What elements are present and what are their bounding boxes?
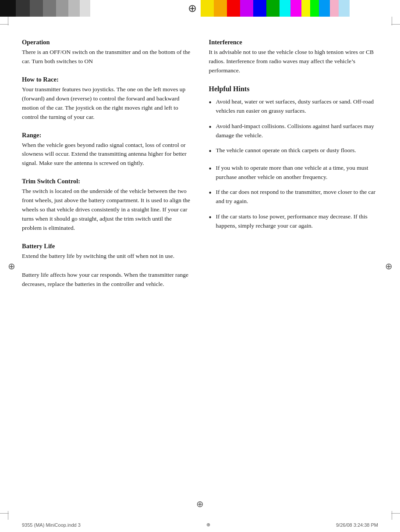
section-title-trim_switch: Trim Switch Control: — [22, 178, 191, 185]
helpful-hints-section: Helpful Hints •Avoid heat, water or wet … — [209, 85, 379, 231]
two-columns: OperationThere is an OFF/ON switch on th… — [22, 30, 378, 502]
bullet-dot: • — [209, 164, 216, 175]
bullet-item-3: •If you wish to operate more than one ve… — [209, 164, 379, 182]
section-title-how_to_race: How to Race: — [22, 76, 191, 83]
grayscale-segment — [16, 0, 30, 17]
bullet-text-5: If the car starts to lose power, perform… — [216, 212, 379, 231]
grayscale-segment — [80, 0, 90, 17]
top-crosshair: ⊕ — [184, 0, 201, 17]
grayscale-segment — [30, 0, 43, 17]
section-title-range: Range: — [22, 132, 191, 139]
page-content: OperationThere is an OFF/ON switch on th… — [22, 30, 378, 502]
left-section-battery_life_2: Battery life affects how your car respon… — [22, 271, 191, 289]
bullet-item-0: •Avoid heat, water or wet surfaces, dust… — [209, 97, 379, 116]
crop-mark — [392, 511, 392, 520]
section-body-how_to_race: Your transmitter features two joysticks.… — [22, 85, 191, 122]
section-body-range: When the vehicle goes beyond radio signa… — [22, 141, 191, 168]
crop-mark — [392, 17, 392, 25]
section-body-battery_life: Extend the battery life by switching the… — [22, 252, 191, 261]
section-body-battery_life_2: Battery life affects how your car respon… — [22, 271, 191, 289]
color-segment — [266, 0, 280, 17]
bullet-text-1: Avoid hard-impact collisions. Collisions… — [216, 122, 379, 140]
section-title-battery_life: Battery Life — [22, 243, 191, 250]
color-segment — [339, 0, 350, 17]
bullet-item-5: •If the car starts to lose power, perfor… — [209, 212, 379, 231]
color-segment — [253, 0, 266, 17]
left-crosshair: ⊕ — [6, 261, 17, 271]
right-column: Interference It is advisable not to use … — [209, 30, 379, 502]
section-body-operation: There is an OFF/ON switch on the transmi… — [22, 48, 191, 66]
crop-mark — [8, 511, 8, 520]
grayscale-segment — [68, 0, 80, 17]
color-segment — [240, 0, 253, 17]
footer-right-text: 9/26/08 3:24:38 PM — [336, 522, 378, 528]
section-title-operation: Operation — [22, 39, 191, 46]
grayscale-segment — [0, 0, 16, 17]
footer-left-text: 9355 (MA) MiniCoop.indd 3 — [22, 522, 81, 528]
left-section-range: Range:When the vehicle goes beyond radio… — [22, 132, 191, 168]
color-segment — [301, 0, 310, 17]
crop-mark — [8, 17, 8, 25]
bullet-dot: • — [209, 97, 216, 108]
color-segment — [310, 0, 319, 17]
crop-mark — [0, 513, 9, 514]
page-footer: 9355 (MA) MiniCoop.indd 3 ⊕ 9/26/08 3:24… — [22, 522, 378, 528]
crop-mark — [391, 513, 400, 514]
color-segment — [319, 0, 330, 17]
left-section-trim_switch: Trim Switch Control:The switch is locate… — [22, 178, 191, 233]
helpful-hints-list: •Avoid heat, water or wet surfaces, dust… — [209, 97, 379, 231]
right-crosshair: ⊕ — [383, 261, 394, 271]
footer-center-symbol: ⊕ — [206, 522, 210, 528]
color-segment — [290, 0, 301, 17]
color-segment — [227, 0, 240, 17]
color-segment — [280, 0, 290, 17]
color-segments — [201, 0, 400, 17]
bullet-item-1: •Avoid hard-impact collisions. Collision… — [209, 122, 379, 140]
grayscale-segment — [100, 0, 109, 17]
bullet-dot: • — [209, 122, 216, 133]
bullet-dot: • — [209, 188, 216, 199]
bullet-text-2: The vehicle cannot operate on thick carp… — [216, 146, 379, 155]
grayscale-segment — [90, 0, 100, 17]
bullet-text-3: If you wish to operate more than one veh… — [216, 164, 379, 182]
crop-mark — [391, 24, 400, 25]
bullet-text-0: Avoid heat, water or wet surfaces, dusty… — [216, 97, 379, 116]
interference-body: It is advisable not to use the vehicle c… — [209, 48, 379, 75]
crop-mark — [0, 24, 9, 25]
section-body-trim_switch: The switch is located on the underside o… — [22, 187, 191, 233]
left-section-operation: OperationThere is an OFF/ON switch on th… — [22, 39, 191, 66]
bullet-text-4: If the car does not respond to the trans… — [216, 188, 379, 206]
interference-section: Interference It is advisable not to use … — [209, 39, 379, 75]
bullet-dot: • — [209, 212, 216, 223]
helpful-hints-title: Helpful Hints — [209, 85, 379, 93]
top-color-bar: ⊕ — [0, 0, 400, 17]
grayscale-segment — [43, 0, 56, 17]
left-section-how_to_race: How to Race:Your transmitter features tw… — [22, 76, 191, 122]
bullet-item-2: •The vehicle cannot operate on thick car… — [209, 146, 379, 157]
color-segment — [201, 0, 214, 17]
color-segment — [330, 0, 339, 17]
bullet-item-4: •If the car does not respond to the tran… — [209, 188, 379, 206]
bullet-dot: • — [209, 146, 216, 157]
left-column: OperationThere is an OFF/ON switch on th… — [22, 30, 191, 502]
grayscale-segments — [0, 0, 184, 17]
interference-title: Interference — [209, 39, 379, 46]
left-section-battery_life: Battery LifeExtend the battery life by s… — [22, 243, 191, 261]
grayscale-segment — [56, 0, 68, 17]
color-segment — [214, 0, 227, 17]
